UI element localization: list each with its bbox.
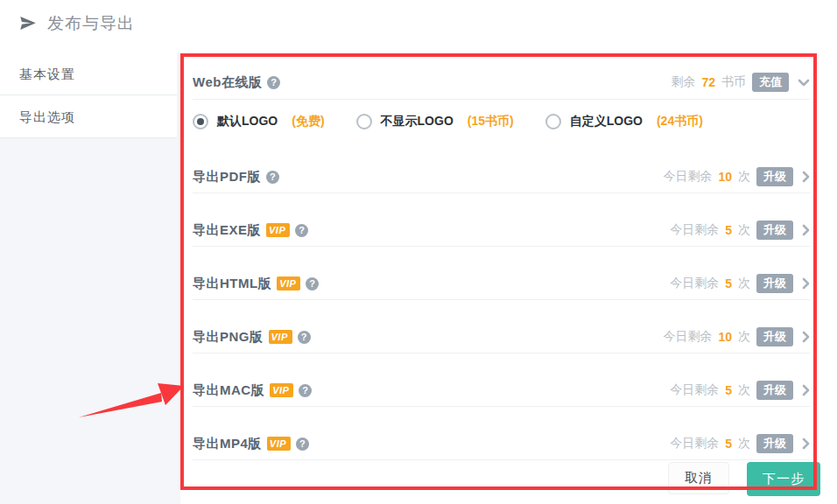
vip-badge: VIP	[267, 437, 291, 451]
help-icon[interactable]: ?	[298, 331, 311, 344]
remain-unit: 次	[738, 169, 750, 185]
upgrade-button[interactable]: 升级	[756, 220, 793, 240]
remain-prefix: 今日剩余	[670, 382, 719, 398]
section-export-png-label: 导出PNG版 VIP ?	[193, 329, 311, 346]
remain-unit: 次	[738, 436, 750, 452]
remain-count: 10	[718, 330, 732, 344]
chevron-right-icon[interactable]	[802, 384, 810, 396]
remain-count: 5	[725, 437, 732, 451]
section-export-exe-label: 导出EXE版 VIP ?	[193, 222, 308, 239]
remain-unit: 次	[738, 276, 750, 291]
page-header: 发布与导出	[18, 12, 135, 35]
radio-price: (免费)	[292, 114, 324, 130]
section-title: 导出HTML版	[193, 276, 271, 292]
remain-prefix: 今日剩余	[670, 436, 719, 452]
radio-label: 自定义LOGO	[570, 114, 643, 130]
vip-badge: VIP	[266, 223, 290, 237]
sidebar-item-basic-settings[interactable]: 基本设置	[0, 52, 177, 95]
export-options-panel: Web在线版 ? 剩余 72 书币 充值 默认LOGO (免费) 不显示LOGO…	[182, 52, 837, 504]
section-export-exe: 导出EXE版 VIP ? 今日剩余 5 次 升级	[193, 193, 810, 247]
upgrade-button[interactable]: 升级	[756, 327, 793, 346]
section-export-html-label: 导出HTML版 VIP ?	[193, 276, 319, 292]
radio-custom-logo[interactable]: 自定义LOGO (24书币)	[545, 114, 703, 130]
radio-default-logo[interactable]: 默认LOGO (免费)	[193, 114, 325, 130]
remain-prefix: 今日剩余	[663, 329, 712, 345]
help-icon[interactable]: ?	[299, 384, 312, 397]
remain-prefix: 今日剩余	[663, 169, 712, 185]
upgrade-button[interactable]: 升级	[756, 274, 793, 293]
export-pdf-meta: 今日剩余 10 次 升级	[663, 167, 810, 186]
sidebar-item-export-options[interactable]: 导出选项	[0, 95, 177, 138]
chevron-right-icon[interactable]	[802, 277, 810, 290]
chevron-right-icon[interactable]	[802, 171, 810, 183]
export-mp4-meta: 今日剩余 5 次 升级	[670, 434, 810, 453]
remain-prefix: 今日剩余	[670, 276, 719, 291]
remain-unit: 书币	[721, 74, 746, 90]
upgrade-button[interactable]: 升级	[756, 381, 793, 400]
chevron-right-icon[interactable]	[802, 438, 810, 450]
export-html-meta: 今日剩余 5 次 升级	[670, 274, 810, 293]
section-export-mp4-label: 导出MP4版 VIP ?	[193, 436, 309, 452]
radio-label: 默认LOGO	[217, 114, 278, 130]
page-title: 发布与导出	[47, 12, 135, 35]
remain-count: 5	[725, 276, 732, 290]
section-title: 导出MAC版	[193, 382, 264, 399]
web-online-meta: 剩余 72 书币 充值	[671, 73, 810, 92]
dialog-footer: 取消 下一步	[193, 460, 820, 496]
section-export-mac-label: 导出MAC版 VIP ?	[193, 382, 312, 399]
section-export-pdf: 导出PDF版 ? 今日剩余 10 次 升级	[193, 140, 810, 193]
radio-icon[interactable]	[356, 114, 372, 130]
export-mac-meta: 今日剩余 5 次 升级	[670, 381, 810, 400]
export-exe-meta: 今日剩余 5 次 升级	[670, 220, 810, 240]
radio-price: (24书币)	[657, 114, 703, 130]
next-step-button[interactable]: 下一步	[747, 462, 820, 496]
remain-count: 10	[718, 170, 732, 184]
section-web-online-label: Web在线版 ?	[193, 74, 280, 91]
section-export-mp4: 导出MP4版 VIP ? 今日剩余 5 次 升级	[193, 407, 810, 460]
section-export-html: 导出HTML版 VIP ? 今日剩余 5 次 升级	[193, 247, 810, 300]
section-title: Web在线版	[193, 74, 262, 91]
section-web-online: Web在线版 ? 剩余 72 书币 充值	[193, 52, 810, 100]
upgrade-button[interactable]: 升级	[756, 167, 793, 186]
help-icon[interactable]: ?	[306, 277, 319, 290]
remain-count: 5	[725, 383, 732, 397]
chevron-right-icon[interactable]	[802, 224, 810, 236]
upgrade-button[interactable]: 升级	[756, 434, 793, 453]
radio-no-logo[interactable]: 不显示LOGO (15书币)	[356, 114, 514, 130]
section-export-pdf-label: 导出PDF版 ?	[193, 169, 279, 186]
radio-label: 不显示LOGO	[381, 114, 454, 130]
remain-count: 5	[725, 223, 732, 237]
remain-count: 72	[701, 75, 715, 89]
section-title: 导出PDF版	[193, 169, 261, 186]
remain-prefix: 剩余	[671, 74, 695, 90]
section-title: 导出MP4版	[193, 436, 262, 452]
chevron-right-icon[interactable]	[802, 331, 810, 343]
radio-icon[interactable]	[193, 114, 208, 130]
paper-plane-icon	[18, 15, 38, 32]
vip-badge: VIP	[270, 383, 293, 397]
sidebar: 基本设置 导出选项	[0, 52, 177, 138]
radio-price: (15书币)	[468, 114, 514, 130]
recharge-button[interactable]: 充值	[752, 73, 789, 92]
help-icon[interactable]: ?	[266, 171, 279, 184]
chevron-down-icon[interactable]	[798, 79, 810, 87]
section-title: 导出PNG版	[193, 329, 264, 346]
section-title: 导出EXE版	[193, 222, 261, 239]
remain-unit: 次	[738, 329, 750, 345]
help-icon[interactable]: ?	[296, 438, 309, 451]
help-icon[interactable]: ?	[267, 76, 280, 89]
remain-unit: 次	[738, 382, 750, 398]
logo-option-group: 默认LOGO (免费) 不显示LOGO (15书币) 自定义LOGO (24书币…	[193, 100, 810, 140]
cancel-button[interactable]: 取消	[668, 462, 729, 494]
help-icon[interactable]: ?	[295, 224, 308, 237]
vip-badge: VIP	[269, 330, 292, 344]
remain-unit: 次	[738, 222, 750, 238]
radio-icon[interactable]	[545, 114, 561, 130]
vip-badge: VIP	[277, 276, 300, 290]
remain-prefix: 今日剩余	[670, 222, 719, 238]
export-png-meta: 今日剩余 10 次 升级	[663, 327, 810, 346]
section-export-png: 导出PNG版 VIP ? 今日剩余 10 次 升级	[193, 300, 810, 354]
section-export-mac: 导出MAC版 VIP ? 今日剩余 5 次 升级	[193, 354, 810, 407]
